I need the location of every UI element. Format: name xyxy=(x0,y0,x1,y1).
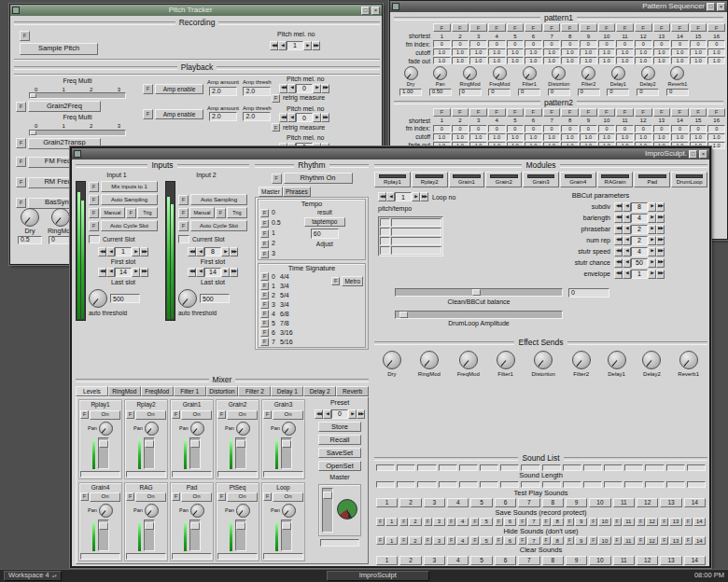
step-down-icon[interactable]: ◀ xyxy=(196,247,204,256)
step-up-fast-icon[interactable]: ▶▶ xyxy=(230,247,238,256)
amplitude-slider[interactable] xyxy=(395,311,563,319)
step-down-icon[interactable]: ◀ xyxy=(623,247,631,256)
step-toggle[interactable]: F xyxy=(580,108,597,117)
fm-index-value[interactable]: 0 xyxy=(671,125,689,132)
step-down-fast-icon[interactable]: ◀◀ xyxy=(614,236,623,245)
timesig-f-toggle[interactable]: F xyxy=(260,291,269,299)
step-down-icon[interactable]: ◀ xyxy=(106,247,115,256)
fm-index-value[interactable]: 0 xyxy=(580,40,597,48)
step-toggle[interactable]: F xyxy=(616,23,634,32)
fm-index-value[interactable]: 0 xyxy=(507,40,525,48)
auto-cycle-f-toggle[interactable]: F xyxy=(89,221,99,231)
strip-f-toggle[interactable]: F xyxy=(263,410,272,419)
send-knob[interactable] xyxy=(534,351,553,369)
test-play-button[interactable]: 8 xyxy=(542,498,564,507)
cutoff-value[interactable]: 1.0 xyxy=(525,48,542,56)
step-toggle[interactable]: F xyxy=(671,23,689,32)
send-knob[interactable] xyxy=(642,351,661,369)
step-up-icon[interactable]: ▶ xyxy=(648,247,656,256)
clear-sound-button[interactable]: 6 xyxy=(495,556,516,565)
amp-enable-button[interactable]: Amp enable xyxy=(155,109,203,119)
step-down-fast-icon[interactable]: ◀◀ xyxy=(279,84,287,93)
last-slot-spinner[interactable]: ◀◀◀14▶▶▶ xyxy=(188,268,238,277)
spinner-value[interactable]: 4 xyxy=(631,247,648,256)
step-toggle[interactable]: F xyxy=(543,23,561,32)
amp-thresh-value[interactable]: 2.0 xyxy=(243,87,271,96)
pan-knob[interactable] xyxy=(282,504,296,518)
strip-level-slider[interactable] xyxy=(144,437,155,469)
fm-index-value[interactable]: 0 xyxy=(469,40,487,48)
strip-on-button[interactable]: On xyxy=(135,492,166,502)
step-toggle[interactable]: F xyxy=(452,23,469,32)
close-icon[interactable]: × xyxy=(717,3,725,11)
save-f-toggle[interactable]: F xyxy=(684,518,693,526)
strip-on-button[interactable]: On xyxy=(90,410,120,420)
send-knob[interactable] xyxy=(459,351,478,369)
pitch-mel-spinner[interactable]: ◀◀ ◀ 0 ▶ ▶▶ xyxy=(279,113,380,122)
hide-f-toggle[interactable]: F xyxy=(637,536,645,545)
fade-out-value[interactable]: 1.0 xyxy=(635,57,652,64)
fade-out-value[interactable]: 1.0 xyxy=(671,57,689,64)
mix-inputs-f-toggle[interactable]: F xyxy=(89,182,99,192)
strip-on-button[interactable]: On xyxy=(135,410,166,420)
window-menu-icon[interactable] xyxy=(392,3,399,10)
step-toggle[interactable]: F xyxy=(580,23,597,32)
hide-sound-button[interactable]: 1 xyxy=(385,536,398,545)
strip-level-slider[interactable] xyxy=(235,520,246,551)
strip-f-toggle[interactable]: F xyxy=(80,410,89,419)
send-knob[interactable] xyxy=(383,351,401,369)
spinner-value[interactable]: 0 xyxy=(296,84,313,93)
cutoff-value[interactable]: 1.0 xyxy=(707,133,725,141)
hide-sound-button[interactable]: 10 xyxy=(598,536,610,545)
save-sound-button[interactable]: 13 xyxy=(669,518,681,526)
first-slot-spinner[interactable]: ◀◀◀1▶▶▶ xyxy=(98,247,148,256)
master-slider[interactable] xyxy=(322,488,333,533)
step-up-icon[interactable]: ▶ xyxy=(132,247,140,256)
strip-level-slider[interactable] xyxy=(281,520,292,551)
amp-amount-value[interactable]: 2.0 xyxy=(209,87,237,96)
fm-index-value[interactable]: 0 xyxy=(488,125,506,132)
step-up-icon[interactable]: ▶ xyxy=(648,258,656,268)
strip-level-slider[interactable] xyxy=(281,437,292,469)
trig-button[interactable]: Trig xyxy=(137,207,158,218)
taptempo-button[interactable]: taptempo xyxy=(304,217,345,227)
cutoff-value[interactable]: 1.0 xyxy=(543,133,561,141)
test-play-button[interactable]: 14 xyxy=(684,498,706,507)
bbcut-param-spinner[interactable]: ◀◀ ◀ 2 ▶ ▶▶ xyxy=(614,236,665,245)
preset-spinner[interactable]: ◀◀◀0▶▶▶ xyxy=(315,409,365,419)
fm-index-value[interactable]: 0 xyxy=(598,40,616,48)
step-up-fast-icon[interactable]: ▶▶ xyxy=(656,258,665,268)
cutoff-value[interactable]: 1.0 xyxy=(452,133,469,141)
step-up-fast-icon[interactable]: ▶▶ xyxy=(656,270,665,279)
freq-multi-slider[interactable] xyxy=(29,130,126,136)
amp-enable-f-toggle[interactable]: F xyxy=(143,84,153,94)
step-up-fast-icon[interactable]: ▶▶ xyxy=(312,41,320,50)
step-toggle[interactable]: F xyxy=(543,108,561,117)
step-toggle[interactable]: F xyxy=(469,108,487,117)
step-toggle[interactable]: F xyxy=(452,108,469,117)
strip-f-toggle[interactable]: F xyxy=(217,410,226,419)
send-knob[interactable] xyxy=(608,351,626,369)
spinner-value[interactable]: 0 xyxy=(331,409,348,419)
hide-sound-button[interactable]: 4 xyxy=(456,536,469,545)
step-up-fast-icon[interactable]: ▶▶ xyxy=(321,84,329,93)
spinner-value[interactable]: 0 xyxy=(296,113,313,122)
strip-f-toggle[interactable]: F xyxy=(126,492,134,501)
maximize-icon[interactable]: □ xyxy=(707,3,715,11)
pattern-knob-value[interactable]: 0 xyxy=(637,89,659,96)
close-icon[interactable]: × xyxy=(371,7,380,15)
step-toggle[interactable]: F xyxy=(707,23,725,32)
cutoff-value[interactable]: 1.0 xyxy=(580,133,597,141)
fm-index-value[interactable]: 0 xyxy=(671,40,689,48)
rm-freq-f-toggle[interactable]: F xyxy=(16,177,26,187)
threshold-value[interactable]: 500 xyxy=(110,294,140,303)
metro-f-toggle[interactable]: F xyxy=(331,277,340,285)
pattern-knob[interactable] xyxy=(404,66,418,80)
step-up-icon[interactable]: ▶ xyxy=(221,268,230,277)
save-f-toggle[interactable]: F xyxy=(660,518,668,526)
step-up-fast-icon[interactable]: ▶▶ xyxy=(656,225,665,234)
fm-index-value[interactable]: 0 xyxy=(543,40,561,48)
step-down-fast-icon[interactable]: ◀◀ xyxy=(188,247,196,256)
pitch-mel-spinner[interactable]: ◀◀◀1▶▶▶ xyxy=(270,41,320,50)
clear-sound-button[interactable]: 1 xyxy=(376,556,398,565)
